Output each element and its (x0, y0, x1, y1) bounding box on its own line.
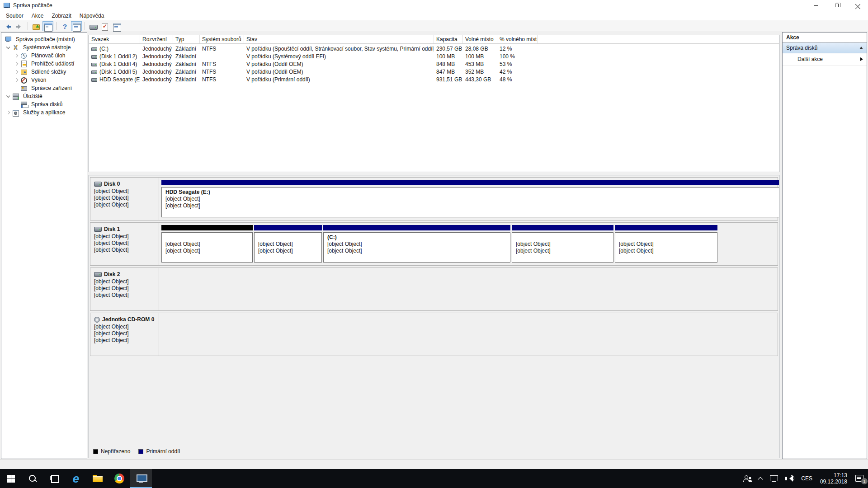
task-view-button[interactable] (43, 469, 65, 488)
tree-expander[interactable] (13, 76, 20, 84)
volume-icon (91, 55, 97, 59)
minimize-button[interactable] (806, 0, 826, 11)
tree-item[interactable]: Správa disků (1, 100, 87, 108)
volume-row[interactable]: (Disk 1 Oddíl 2) Jednoduchý Základní V p… (89, 52, 779, 60)
menu-item[interactable]: Nápověda (75, 12, 108, 20)
volume-row[interactable]: (Disk 1 Oddíl 4) Jednoduchý Základní NTF… (89, 60, 779, 68)
language-indicator[interactable]: CES (798, 469, 816, 488)
partition[interactable]: (C:) [object Object][object Object] (323, 225, 510, 265)
tree-item-label[interactable]: Služby a aplikace (22, 109, 66, 116)
column-header[interactable]: % volného místa (497, 35, 538, 43)
volume-row[interactable]: HDD Seagate (E:) Jednoduchý Základní NTF… (89, 75, 779, 83)
tree-expander[interactable] (13, 68, 20, 75)
tree-item[interactable]: Služby a aplikace (1, 108, 87, 117)
partition[interactable]: HDD Seagate (E:) [object Object][object … (161, 180, 779, 220)
tree-expander[interactable] (5, 93, 12, 100)
tree-item-label[interactable]: Systémové nástroje (22, 44, 72, 51)
tree-item[interactable]: Úložiště (1, 92, 87, 100)
start-button[interactable] (0, 469, 22, 488)
action-center-button[interactable]: 1 (852, 469, 868, 488)
partition-box[interactable]: [object Object][object Object] (161, 232, 253, 263)
column-header[interactable]: Systém souborů (200, 35, 244, 43)
disk-rows: Disk 0 [object Object][object Object][ob… (89, 177, 779, 356)
file-explorer-button[interactable] (87, 469, 108, 488)
network-button[interactable] (766, 469, 782, 488)
people-button[interactable] (740, 469, 755, 488)
properties-button[interactable] (111, 21, 122, 31)
partition-info-line: [object Object] (258, 241, 321, 248)
column-header[interactable]: Stav (244, 35, 434, 43)
partition[interactable]: [object Object][object Object] (254, 225, 322, 265)
restore-button[interactable] (826, 0, 847, 11)
actions-section-disk-management[interactable]: Správa disků (783, 42, 867, 53)
tree-item[interactable]: Prohlížeč událostí (1, 60, 87, 68)
tree-item-label[interactable]: Prohlížeč událostí (30, 60, 75, 67)
tree-item[interactable]: Plánovač úloh (1, 52, 87, 60)
search-button[interactable] (22, 469, 43, 488)
column-header[interactable]: Svazek (89, 35, 140, 43)
tree-expander[interactable] (5, 44, 12, 51)
tree-item[interactable]: Sdílené složky (1, 68, 87, 76)
volume-row[interactable]: (Disk 1 Oddíl 5) Jednoduchý Základní NTF… (89, 68, 779, 75)
help-button[interactable] (59, 21, 70, 31)
tree-expander[interactable] (13, 60, 20, 67)
partition-info-line: [object Object] (516, 248, 613, 254)
volume-row[interactable]: (C:) Jednoduchý Základní NTFS V pořádku … (89, 45, 779, 52)
disk-name: Jednotka CD-ROM 0 (102, 316, 154, 323)
computer-management-taskbar-button[interactable] (130, 469, 152, 488)
disk-label-box[interactable]: Disk 1 [object Object][object Object][ob… (90, 223, 159, 265)
tree-item-label[interactable]: Správa počítače (místní) (14, 36, 76, 43)
tree-item[interactable]: Výkon (1, 76, 87, 84)
show-hidden-icons-button[interactable] (755, 469, 766, 488)
tree-item[interactable]: Správa počítače (místní) (1, 35, 87, 43)
clock[interactable]: 17:13 09.12.2018 (816, 469, 852, 488)
tree-item[interactable]: Systémové nástroje (1, 43, 87, 52)
legend-swatch (93, 449, 98, 454)
column-header[interactable]: Kapacita (434, 35, 463, 43)
back-button[interactable] (2, 21, 13, 31)
partition-box[interactable]: [object Object][object Object] (512, 232, 613, 263)
menu-item[interactable]: Soubor (2, 12, 28, 20)
tree-item-label[interactable]: Správa disků (30, 101, 64, 108)
partition-info-line: [object Object] (165, 202, 779, 209)
menu-item[interactable]: Akce (28, 12, 48, 20)
more-actions-item[interactable]: Další akce (783, 53, 867, 66)
legend: Nepřiřazeno Primární oddíl (93, 448, 180, 455)
tree-item-label[interactable]: Úložiště (22, 93, 44, 100)
volume-button[interactable] (782, 469, 798, 488)
tree-expander[interactable] (13, 52, 20, 59)
export-list-button[interactable] (31, 21, 42, 31)
tree-item-label[interactable]: Správce zařízení (30, 84, 73, 92)
chrome-button[interactable] (108, 469, 130, 488)
tree-item-icon (5, 36, 12, 42)
show-action-pane-button[interactable] (71, 21, 82, 31)
tree-item-label[interactable]: Plánovač úloh (30, 52, 66, 59)
legend-item: Nepřiřazeno (93, 448, 130, 455)
tree-item[interactable]: Správce zařízení (1, 84, 87, 92)
tree-item-label[interactable]: Výkon (30, 76, 47, 84)
forward-button[interactable] (14, 21, 25, 31)
disk-label-box[interactable]: Disk 0 [object Object][object Object][ob… (90, 178, 159, 220)
partition[interactable]: [object Object][object Object] (161, 225, 253, 265)
disk-tool-button[interactable] (88, 21, 99, 31)
check-disk-button[interactable] (99, 21, 110, 31)
disk-name: Disk 1 (104, 226, 120, 232)
disk-label-box[interactable]: Jednotka CD-ROM 0 [object Object][object… (90, 313, 159, 356)
show-console-tree-button[interactable] (42, 21, 53, 31)
disk-label-box[interactable]: Disk 2 [object Object][object Object][ob… (90, 268, 159, 310)
partition-box[interactable]: HDD Seagate (E:) [object Object][object … (161, 187, 779, 217)
partition-box[interactable]: [object Object][object Object] (254, 232, 322, 263)
disk-name: Disk 0 (104, 181, 120, 187)
partition[interactable]: [object Object][object Object] (512, 225, 613, 265)
partition-box[interactable]: (C:) [object Object][object Object] (323, 232, 510, 263)
partition-box[interactable]: [object Object][object Object] (615, 232, 717, 263)
column-header[interactable]: Volné místo (463, 35, 497, 43)
close-button[interactable] (847, 0, 868, 11)
tree-expander[interactable] (5, 109, 12, 116)
partition[interactable]: [object Object][object Object] (615, 225, 717, 265)
menu-item[interactable]: Zobrazit (47, 12, 75, 20)
tree-item-label[interactable]: Sdílené složky (30, 68, 67, 75)
edge-button[interactable]: e (65, 469, 87, 488)
column-header[interactable]: Rozvržení (140, 35, 173, 43)
column-header[interactable]: Typ (173, 35, 200, 43)
